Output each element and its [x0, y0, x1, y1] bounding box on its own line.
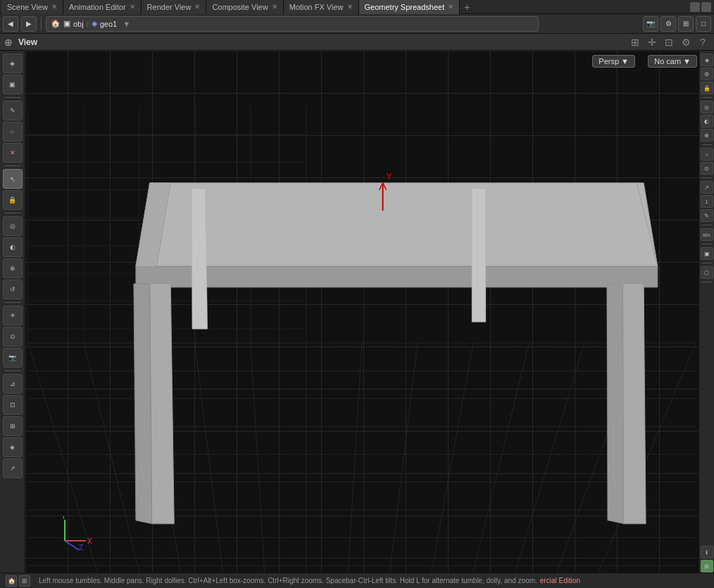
tab-geo-spreadsheet[interactable]: Geometry Spreadsheet ✕	[359, 0, 461, 14]
tab-close-motion-fx[interactable]: ✕	[347, 3, 353, 11]
tab-motion-fx[interactable]: Motion FX View ✕	[284, 0, 359, 14]
sidebar-magnet-btn[interactable]: ⊿	[3, 374, 23, 394]
tab-close-composite-view[interactable]: ✕	[272, 3, 277, 11]
svg-marker-42	[134, 284, 152, 524]
right-dot-btn[interactable]: ⊙	[701, 162, 713, 175]
back-button[interactable]: ◀	[3, 16, 18, 32]
status-text: Left mouse tumbles. Middle pans. Right d…	[39, 577, 537, 584]
svg-text:Y: Y	[387, 172, 392, 182]
right-sep-1	[702, 97, 712, 98]
node-path-box[interactable]: 🏠 ▣ obj / ◈ geo1 ▼	[46, 16, 539, 32]
right-sep-3	[702, 177, 712, 178]
tab-composite-view[interactable]: Composite View ✕	[206, 0, 283, 14]
right-sep-2	[702, 144, 712, 145]
viewport[interactable]: Y Persp ▼ No cam ▼ X Y Z	[25, 51, 699, 573]
right-pencil-btn[interactable]: ✎	[701, 209, 713, 222]
persp-dropdown[interactable]: Persp ▼	[592, 55, 635, 68]
toolbar-sep-1	[41, 17, 42, 31]
sidebar-sep-3	[4, 213, 21, 213]
cam-arrow-icon: ▼	[683, 57, 691, 65]
sidebar-geo-btn[interactable]: ◐	[3, 237, 23, 257]
transform-icon[interactable]: ✛	[645, 35, 659, 49]
view-settings-icon[interactable]: ⚙	[679, 35, 693, 49]
right-circle-btn[interactable]: ○	[701, 148, 713, 161]
view-header: ⊕ View ⊞ ✛ ⊡ ⚙ ?	[0, 34, 714, 51]
right-image-btn[interactable]: ▣	[701, 247, 713, 260]
right-hex-btn[interactable]: ⬡	[701, 266, 713, 279]
right-num-btn[interactable]: 1	[701, 195, 713, 208]
right-sep-7	[702, 282, 712, 282]
svg-text:Y: Y	[61, 516, 66, 520]
right-select-btn[interactable]: ◈	[701, 54, 713, 66]
sidebar-select-btn[interactable]: ◈	[3, 54, 23, 73]
sidebar-plus-btn[interactable]: ⊕	[3, 258, 23, 278]
axis-gizmo: X Y Z	[58, 516, 93, 551]
sidebar-box-btn[interactable]: ▣	[3, 75, 23, 94]
sidebar-paint-btn[interactable]: ✎	[3, 101, 23, 120]
tab-scene-view[interactable]: Scene View ✕	[1, 0, 63, 14]
svg-marker-43	[623, 284, 646, 524]
sidebar-render-btn[interactable]: ⊞	[3, 416, 23, 436]
home-icon: 🏠	[51, 19, 61, 28]
tab-close-render-view[interactable]: ✕	[194, 3, 200, 11]
right-sep-6	[702, 263, 712, 263]
sidebar-cam-btn[interactable]: 📷	[3, 348, 23, 368]
sidebar-sun-btn[interactable]: ☀	[3, 306, 23, 325]
settings-btn[interactable]: ⚙	[660, 16, 676, 32]
sidebar-arrow2-btn[interactable]: ↗	[3, 458, 23, 478]
right-sep-4	[702, 225, 712, 225]
right-arrow-btn[interactable]: ↗	[701, 181, 713, 194]
sidebar-grid-btn[interactable]: ⊡	[3, 395, 23, 415]
snap-icon[interactable]: ⊡	[662, 35, 676, 49]
tab-render-view[interactable]: Render View ✕	[142, 0, 207, 14]
svg-marker-46	[472, 189, 486, 323]
main-layout: ◈ ▣ ✎ ○ ✕ ↖ 🔒 ◎ ◐ ⊕ ↺ ☀ ⊙ 📷 ⊿ ⊡ ⊞ ◈ ↗	[0, 51, 714, 573]
status-icon-grid[interactable]: ⊞	[19, 575, 30, 587]
tab-close-anim-editor[interactable]: ✕	[130, 3, 135, 11]
path-separator: /	[87, 20, 89, 28]
align-icon[interactable]: ⊞	[628, 35, 642, 49]
node-icon: ▣	[63, 19, 70, 28]
svg-marker-37	[136, 183, 658, 267]
right-grid-btn[interactable]: ⊞	[701, 560, 713, 573]
left-sidebar: ◈ ▣ ✎ ○ ✕ ↖ 🔒 ◎ ◐ ⊕ ↺ ☀ ⊙ 📷 ⊿ ⊡ ⊞ ◈ ↗	[0, 51, 25, 573]
tab-bar-menu-btn[interactable]	[690, 2, 700, 12]
status-warning-text: ercial Edition	[540, 577, 580, 584]
maximize-btn[interactable]: □	[696, 16, 711, 32]
right-info-btn[interactable]: ℹ	[701, 546, 713, 558]
tab-bar-float-btn[interactable]	[701, 2, 711, 12]
tab-close-scene-view[interactable]: ✕	[51, 3, 57, 11]
status-icons: 🏠 ⊞	[6, 575, 30, 587]
tab-add-button[interactable]: +	[460, 1, 474, 13]
view-title: View	[18, 37, 37, 47]
right-lock-btn[interactable]: 🔒	[701, 82, 713, 94]
tab-close-geo-spreadsheet[interactable]: ✕	[448, 3, 453, 11]
sidebar-rotate-btn[interactable]: ↺	[3, 280, 23, 299]
status-bar: 🏠 ⊞ Left mouse tumbles. Middle pans. Rig…	[0, 573, 714, 588]
sidebar-circle-btn[interactable]: ○	[3, 122, 23, 142]
sidebar-ring-btn[interactable]: ⊙	[3, 327, 23, 346]
layout-btn[interactable]: ⊞	[678, 16, 694, 32]
tab-anim-editor[interactable]: Animation Editor ✕	[63, 0, 142, 14]
cam-dropdown[interactable]: No cam ▼	[648, 55, 697, 68]
svg-marker-38	[136, 266, 658, 287]
sidebar-light-btn[interactable]: ◎	[3, 216, 23, 236]
svg-line-55	[65, 541, 79, 550]
sidebar-geo2-btn[interactable]: ◈	[3, 437, 23, 457]
snapshot-btn[interactable]: 📷	[643, 16, 658, 32]
right-settings-btn[interactable]: ⚙	[701, 68, 713, 80]
sidebar-x-btn[interactable]: ✕	[3, 143, 23, 163]
svg-marker-41	[150, 284, 175, 524]
xyz-indicator: X Y Z	[58, 516, 93, 551]
status-icon-home[interactable]: 🏠	[6, 575, 17, 587]
view-help-icon[interactable]: ?	[696, 35, 710, 49]
right-geo-btn[interactable]: ◐	[701, 115, 713, 127]
sidebar-sep-5	[4, 370, 21, 371]
right-ring-btn[interactable]: ⊕	[701, 129, 713, 142]
sidebar-arrow-btn[interactable]: ↖	[3, 169, 23, 189]
right-abc-btn[interactable]: abc	[701, 228, 713, 241]
svg-text:X: X	[87, 537, 92, 545]
forward-button[interactable]: ▶	[21, 16, 37, 32]
right-light-btn[interactable]: ◎	[701, 101, 713, 113]
sidebar-lock-btn[interactable]: 🔒	[3, 190, 23, 210]
